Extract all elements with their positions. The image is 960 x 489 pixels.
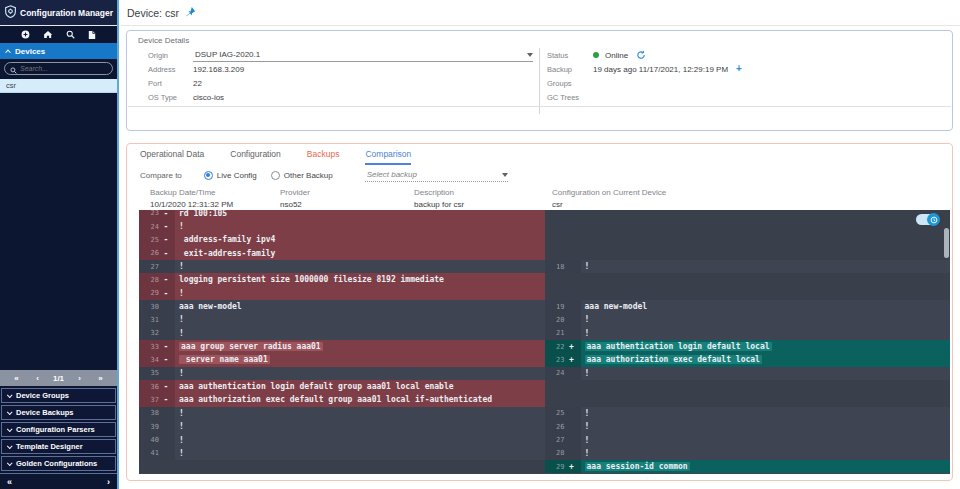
home-icon[interactable]	[43, 30, 53, 39]
pin-icon[interactable]	[184, 4, 196, 22]
diff-row: 40!	[139, 433, 545, 446]
origin-select[interactable]: DSUP IAG-2020.1	[193, 49, 533, 62]
device-list-item-csr[interactable]: csr	[0, 79, 117, 93]
chevron-down-icon	[7, 460, 13, 466]
diff-code-line: server name aaa01	[175, 353, 545, 366]
sidebar-expand-button[interactable]: ›	[107, 477, 110, 487]
tab-operational-data[interactable]: Operational Data	[140, 149, 204, 165]
toggle-knob-clock-icon	[927, 213, 940, 226]
diff-row: 39!	[139, 420, 545, 433]
search-icon[interactable]	[66, 30, 75, 39]
diff-gutter: 29+	[545, 460, 581, 473]
search-input[interactable]	[20, 65, 107, 72]
diff-row: 34- server name aaa01	[139, 353, 545, 366]
compare-controls: Compare to Live ConfigOther Backup Selec…	[127, 165, 952, 185]
table-cell: nso52	[280, 200, 302, 209]
field-value: 19 days ago 11/17/2021, 12:29:19 PM	[593, 65, 728, 74]
table-header-configuration-on-current-device: Configuration on Current Device	[552, 188, 666, 197]
radio-live-config[interactable]: Live Config	[204, 171, 257, 180]
radio-other-backup[interactable]: Other Backup	[271, 171, 333, 180]
app-title: Configuration Manager	[20, 8, 113, 18]
diff-line-number: 34	[139, 356, 159, 364]
field-row-address: Address192.168.3.209	[148, 62, 539, 76]
diff-line-number: 36	[139, 383, 159, 391]
sidebar-item-label: Device Backups	[16, 408, 74, 417]
diff-code-line: !	[581, 420, 951, 433]
refresh-status-icon[interactable]	[636, 50, 646, 60]
diff-gutter: 37-	[139, 393, 175, 406]
diff-code-line	[581, 247, 951, 260]
diff-line-number: 33	[139, 343, 159, 351]
field-label: Address	[148, 65, 193, 74]
field-label: OS Type	[148, 93, 193, 102]
diff-code-text: server name aaa01	[179, 355, 270, 364]
diff-row	[545, 233, 951, 246]
diff-row	[545, 393, 951, 406]
diff-gutter: 27	[545, 433, 581, 446]
diff-gutter: 27	[139, 260, 175, 273]
diff-view-toggle[interactable]	[916, 214, 939, 225]
diff-marker: +	[565, 462, 579, 471]
diff-line-number: 31	[139, 316, 159, 324]
pagination-first-button[interactable]: «	[6, 374, 27, 383]
diff-code-line: !	[175, 447, 545, 460]
document-icon[interactable]	[88, 30, 96, 40]
table-header-description: Description	[414, 188, 454, 197]
diff-gutter: 21	[545, 327, 581, 340]
select-backup-dropdown[interactable]: Select backup	[365, 168, 508, 182]
sidebar-item-configuration-parsers[interactable]: Configuration Parsers	[1, 422, 116, 437]
diff-line-number: 41	[139, 449, 159, 457]
diff-code-line: !	[175, 260, 545, 273]
diff-code-text: !	[585, 409, 590, 418]
device-search-box	[4, 62, 113, 75]
pagination-prev-button[interactable]: ‹	[27, 374, 48, 383]
sidebar-section-devices[interactable]: Devices	[0, 43, 117, 59]
sidebar-item-device-backups[interactable]: Device Backups	[1, 405, 116, 420]
diff-code-line: !	[175, 313, 545, 326]
diff-line-number: 32	[139, 329, 159, 337]
tab-configuration[interactable]: Configuration	[230, 149, 281, 165]
diff-row: 18!	[545, 260, 951, 273]
diff-code-line: aaa authentication login default local	[581, 340, 951, 353]
field-label: Groups	[547, 79, 593, 88]
add-backup-button[interactable]: +	[736, 64, 742, 74]
diff-code-line	[581, 287, 951, 300]
diff-marker: -	[159, 235, 173, 244]
field-row-status: StatusOnline	[547, 48, 952, 62]
add-device-icon[interactable]	[21, 30, 30, 39]
diff-code-line: !	[175, 327, 545, 340]
diff-row	[545, 220, 951, 233]
pagination-next-button[interactable]: ›	[69, 374, 90, 383]
diff-marker: -	[159, 289, 173, 298]
diff-row	[139, 460, 545, 473]
diff-code-text: aaa new-model	[179, 302, 242, 311]
diff-gutter: 32	[139, 327, 175, 340]
diff-line-number: 29	[139, 289, 159, 297]
diff-line-number: 27	[139, 263, 159, 271]
diff-code-text: aaa group server radius aaa01	[179, 342, 323, 351]
sidebar-collapse-button[interactable]: «	[7, 477, 12, 487]
diff-code-text: !	[179, 289, 184, 298]
diff-scrollbar-thumb[interactable]	[944, 228, 949, 258]
pagination-last-button[interactable]: »	[90, 374, 111, 383]
backup-table: Backup Date/TimeProviderDescriptionConfi…	[137, 185, 952, 210]
diff-row: 25!	[545, 407, 951, 420]
diff-code-text: !	[179, 436, 184, 445]
sidebar-item-golden-configurations[interactable]: Golden Configurations	[1, 456, 116, 471]
tab-backups[interactable]: Backups	[307, 149, 340, 165]
tab-comparison[interactable]: Comparison	[365, 149, 411, 165]
diff-row	[545, 247, 951, 260]
diff-row: 38!	[139, 407, 545, 420]
diff-marker: -	[159, 342, 173, 351]
pagination-page-indicator: 1/1	[48, 374, 69, 383]
field-label: Backup	[547, 65, 593, 74]
diff-gutter: 29-	[139, 287, 175, 300]
diff-gutter: 36-	[139, 380, 175, 393]
sidebar-item-template-designer[interactable]: Template Designer	[1, 439, 116, 454]
diff-row: 21!	[545, 327, 951, 340]
diff-code-text: exit-address-family	[179, 249, 275, 258]
diff-gutter: 25-	[139, 233, 175, 246]
device-tabs-card: Operational DataConfigurationBackupsComp…	[126, 143, 953, 481]
diff-gutter: 26	[545, 420, 581, 433]
sidebar-item-device-groups[interactable]: Device Groups	[1, 388, 116, 403]
